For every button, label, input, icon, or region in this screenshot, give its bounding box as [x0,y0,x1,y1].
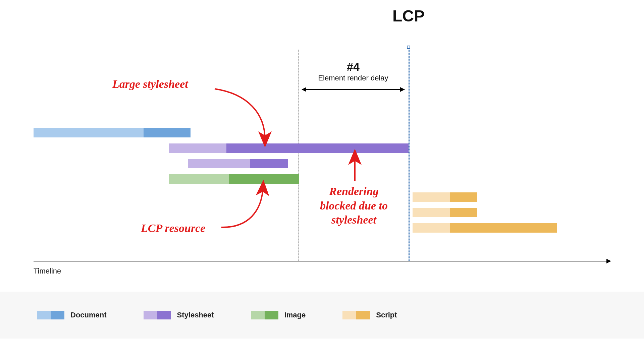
bar-script-2 [413,208,477,217]
annot-blocking-l2: blocked due to [320,199,388,212]
bar-stylesheet-large [169,143,409,153]
legend-script: Script [342,311,397,319]
legend-script-label: Script [376,311,397,319]
annot-blocking-l1: Rendering [329,185,378,197]
annot-blocking-l3: stylesheet [331,214,376,226]
axis-label: Timeline [34,267,61,276]
lcp-marker-icon [407,46,410,49]
bar-document [34,128,191,137]
bar-stylesheet-small [188,159,288,168]
legend: Document Stylesheet Image Script [0,292,644,339]
legend-stylesheet-label: Stylesheet [177,311,214,319]
lcp-line [409,50,410,261]
bar-image-lcp [169,174,299,184]
render-start-line [298,50,299,261]
timeline-axis [34,261,610,261]
lcp-title: LCP [392,7,425,25]
phase-number: #4 [347,60,360,73]
bar-script-1 [413,192,477,202]
legend-stylesheet: Stylesheet [144,311,214,319]
axis-arrow-icon [606,259,611,263]
annot-lcp-resource: LCP resource [141,221,205,236]
waterfall-chart: LCP #4 Element render delay Large [34,27,610,268]
legend-image-label: Image [284,311,306,319]
phase-span-arrow-icon [302,89,405,90]
swatch-script-icon [342,311,370,319]
legend-image: Image [251,311,306,319]
legend-document-label: Document [70,311,107,319]
swatch-image-icon [251,311,278,319]
swatch-document-icon [37,311,64,319]
phase-label: Element render delay [318,74,388,82]
bar-script-3 [413,223,557,233]
annot-blocking: Rendering blocked due to stylesheet [319,184,389,227]
annot-large-stylesheet: Large stylesheet [112,77,188,92]
legend-document: Document [37,311,107,319]
swatch-stylesheet-icon [144,311,171,319]
